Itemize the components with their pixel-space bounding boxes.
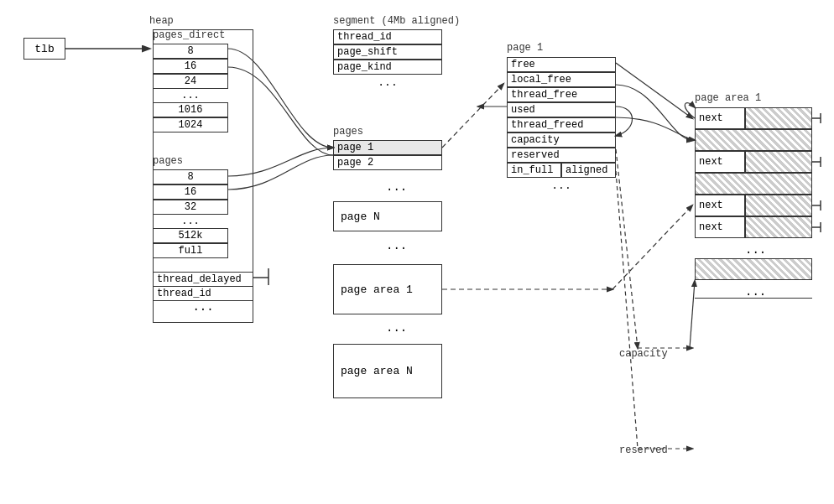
p1-thread-freed: thread_freed — [507, 117, 616, 132]
seg-thread-id: thread_id — [333, 29, 442, 44]
pa-row4 — [695, 173, 812, 195]
pd-cell-1016: 1016 — [153, 102, 228, 117]
pa-dots2: ... — [745, 285, 766, 299]
pd-cell-24: 24 — [153, 74, 228, 89]
p1-local-free: local_free — [507, 72, 616, 87]
pa-next4-text: next — [695, 216, 745, 238]
p-cell-16: 16 — [153, 184, 228, 200]
page1-cells: free local_free thread_free used thread_… — [507, 57, 616, 194]
pd-cell-8: 8 — [153, 44, 228, 59]
pages-direct-label: pages_direct — [153, 29, 225, 41]
seg-pages-cells: page 1 page 2 — [333, 140, 442, 170]
tlb-box: tlb — [23, 38, 65, 60]
seg-page-area-n-label: page area N — [341, 365, 413, 377]
seg-mid-dots: ... — [386, 180, 407, 194]
pa-row6: next — [695, 216, 812, 238]
thread-id-cell-heap: thread_id — [153, 286, 253, 301]
pa-row3: next — [695, 151, 812, 173]
p1-reserved: reserved — [507, 148, 616, 163]
seg-bot-dots2: ... — [386, 321, 407, 335]
seg-page-kind: page_kind — [333, 60, 442, 75]
pages-label: pages — [153, 155, 183, 167]
pages-direct-cells: 8 16 24 ... 1016 1024 — [153, 44, 228, 132]
pa-next3-text: next — [695, 195, 745, 216]
pd-cell-dots1: ... — [153, 89, 228, 102]
p-cell-8: 8 — [153, 169, 228, 184]
p-cell-512k: 512k — [153, 228, 228, 243]
seg-page1: page 1 — [333, 140, 442, 155]
svg-line-17 — [616, 149, 638, 348]
seg-page-area-n: page area N — [333, 344, 442, 398]
tlb-label: tlb — [34, 43, 54, 55]
pa-row5: next — [695, 195, 812, 216]
pa-row-bot — [695, 258, 812, 280]
pa-next3-shade — [745, 195, 812, 216]
page-area1-right-label: page area 1 — [695, 92, 761, 104]
reserved-label: reserved — [619, 444, 668, 456]
seg-page-area1-label: page area 1 — [341, 283, 413, 296]
capacity-label: capacity — [619, 348, 668, 360]
thread-delayed-cell: thread_delayed — [153, 272, 253, 287]
segment-cells: thread_id page_shift page_kind ... — [333, 29, 442, 91]
pa-next2-shade — [745, 151, 812, 173]
p1-free: free — [507, 57, 616, 72]
p1-dots: ... — [507, 178, 616, 194]
svg-line-3 — [616, 63, 692, 118]
diagram: tlb heap pages_direct 8 16 24 ... 1016 1… — [0, 0, 834, 504]
seg-page-shift: page_shift — [333, 44, 442, 60]
seg-page2: page 2 — [333, 155, 442, 170]
pa-shade2 — [695, 129, 812, 151]
svg-line-21 — [690, 281, 695, 348]
pa-shade4 — [695, 173, 812, 195]
pa-shade-bot — [695, 258, 812, 280]
p1-in-full: in_full — [507, 163, 561, 178]
seg-dots: ... — [333, 75, 442, 91]
svg-line-2 — [442, 84, 503, 148]
p-cell-full: full — [153, 243, 228, 258]
p1-capacity: capacity — [507, 132, 616, 148]
p1-thread-free: thread_free — [507, 87, 616, 102]
p-dots: ... — [153, 215, 228, 228]
pa-row1: next — [695, 107, 812, 129]
seg-pages-label: pages — [333, 126, 363, 138]
seg-page-n-label: page N — [341, 210, 380, 223]
heap-label: heap — [149, 15, 174, 27]
pd-cell-1024: 1024 — [153, 117, 228, 132]
p1-aligned: aligned — [561, 163, 616, 178]
p-cell-32: 32 — [153, 200, 228, 215]
seg-bot-dots: ... — [386, 239, 407, 252]
p1-used: used — [507, 102, 616, 117]
pa-row2 — [695, 129, 812, 151]
svg-line-19 — [616, 171, 638, 449]
pa-next1-text: next — [695, 107, 745, 129]
pd-cell-16: 16 — [153, 59, 228, 74]
page1-label: page 1 — [507, 42, 543, 54]
pa-dots: ... — [745, 243, 766, 257]
segment-label: segment (4Mb aligned) — [333, 15, 460, 27]
pa-next4-shade — [745, 216, 812, 238]
pa-next1-shade — [745, 107, 812, 129]
seg-page-area1: page area 1 — [333, 264, 442, 314]
seg-page-n: page N — [333, 201, 442, 231]
svg-line-6 — [612, 205, 692, 289]
pa-next2-text: next — [695, 151, 745, 173]
pages-cells: 8 16 32 ... 512k full — [153, 169, 228, 258]
